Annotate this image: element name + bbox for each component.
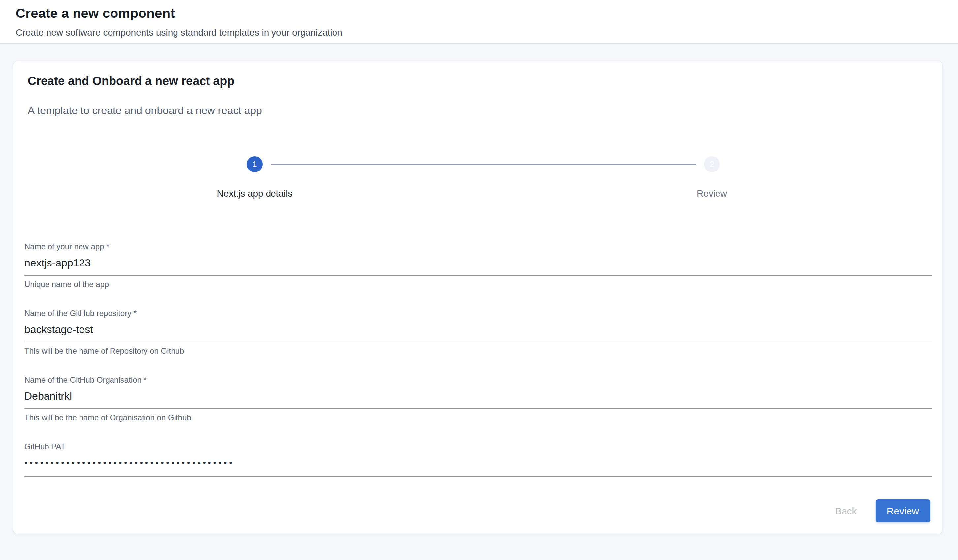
repo-name-helper: This will be the name of Repository on G… [24,346,932,355]
github-pat-label: GitHub PAT [24,442,932,451]
page-title: Create a new component [16,4,942,22]
field-github-pat: GitHub PAT [24,442,932,477]
wizard-actions: Back Review [825,499,930,522]
org-name-label: Name of the GitHub Organisation * [24,375,932,384]
github-pat-input[interactable] [24,456,932,477]
stepper-connector-line [271,163,696,165]
field-repo-name: Name of the GitHub repository * This wil… [24,309,932,355]
org-name-helper: This will be the name of Organisation on… [24,413,932,422]
step-2-icon[interactable]: 2 [704,156,720,172]
back-button[interactable]: Back [825,500,868,522]
app-details-form: Name of your new app * Unique name of th… [13,242,942,477]
template-title: Create and Onboard a new react app [13,61,942,89]
app-name-label: Name of your new app * [24,242,932,251]
step-2-number: 2 [710,160,714,169]
page: Create a new component Create new softwa… [0,0,958,560]
step-1-number: 1 [252,160,257,169]
page-header: Create a new component Create new softwa… [0,0,958,44]
step-1-icon[interactable]: 1 [247,156,263,172]
repo-name-label: Name of the GitHub repository * [24,309,932,318]
template-description: A template to create and onboard a new r… [13,89,942,118]
repo-name-input[interactable] [24,322,932,342]
step-2-label: Review [639,187,785,199]
template-wizard-card: Create and Onboard a new react app A tem… [13,61,942,534]
page-subtitle: Create new software components using sta… [16,26,942,38]
step-1-label: Next.js app details [182,187,327,199]
field-org-name: Name of the GitHub Organisation * This w… [24,375,932,422]
field-app-name: Name of your new app * Unique name of th… [24,242,932,289]
app-name-helper: Unique name of the app [24,280,932,289]
app-name-input[interactable] [24,256,932,276]
review-button[interactable]: Review [876,499,930,522]
org-name-input[interactable] [24,389,932,409]
wizard-stepper: 1 2 Next.js app details Review [13,156,942,201]
